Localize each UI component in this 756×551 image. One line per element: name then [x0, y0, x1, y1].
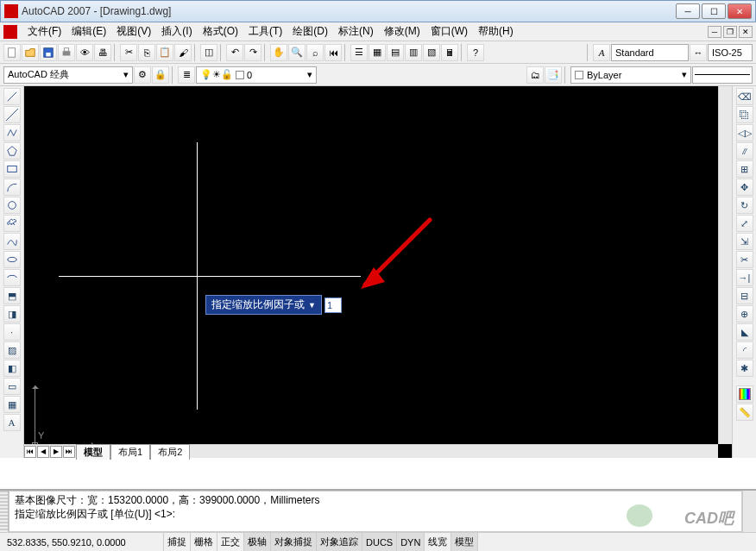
construction-line-icon[interactable] [3, 106, 21, 123]
tab-first-icon[interactable]: ⏮ [24, 446, 36, 458]
spline-icon[interactable] [3, 233, 21, 250]
new-icon[interactable] [3, 44, 21, 61]
arc-icon[interactable] [3, 178, 21, 196]
workspace-dropdown[interactable]: AutoCAD 经典▾ [3, 66, 133, 84]
coordinates-display[interactable]: 532.8335, 550.9210, 0.0000 [0, 533, 164, 551]
gradient-icon[interactable]: ◧ [3, 360, 21, 377]
text-style-dropdown[interactable]: Standard [611, 44, 689, 61]
quickcalc-icon[interactable]: 🖩 [441, 44, 458, 61]
menu-window[interactable]: 窗口(W) [425, 22, 473, 41]
menu-modify[interactable]: 修改(M) [379, 22, 425, 41]
layer-previous-icon[interactable]: 🗂 [526, 66, 544, 84]
block-editor-icon[interactable]: ◫ [200, 44, 217, 61]
mdi-minimize[interactable]: ─ [708, 26, 721, 38]
hatch-icon[interactable]: ▨ [3, 341, 21, 359]
mirror-icon[interactable]: ◁▷ [736, 124, 753, 141]
menu-insert[interactable]: 插入(I) [156, 22, 197, 41]
command-grip[interactable] [0, 491, 9, 532]
cut-icon[interactable]: ✂ [120, 44, 137, 61]
polar-toggle[interactable]: 极轴 [244, 533, 271, 551]
open-icon[interactable] [22, 44, 39, 61]
tab-last-icon[interactable]: ⏭ [63, 446, 75, 458]
layer-states-icon[interactable]: 📑 [545, 66, 562, 84]
dist-icon[interactable]: 📏 [736, 404, 753, 421]
ellipse-arc-icon[interactable] [3, 269, 21, 286]
dim-style-icon[interactable]: ↔ [690, 44, 707, 61]
publish-icon[interactable]: 🖶 [94, 44, 111, 61]
zoom-window-icon[interactable]: ⌕ [306, 44, 324, 61]
redo-icon[interactable]: ↷ [244, 44, 261, 61]
region-icon[interactable]: ▭ [3, 378, 21, 395]
line-icon[interactable] [3, 88, 21, 105]
drawing-area[interactable]: Y X 指定缩放比例因子或 ▼ ⏮ ◀ ▶ ⏭ 模型 [24, 86, 732, 458]
tab-layout1[interactable]: 布局1 [110, 444, 150, 460]
scale-icon[interactable]: ⤢ [736, 215, 753, 232]
maximize-button[interactable]: ☐ [702, 3, 726, 19]
trim-icon[interactable]: ✂ [736, 251, 753, 268]
model-toggle[interactable]: 模型 [451, 533, 478, 551]
zoom-previous-icon[interactable]: ⏮ [324, 44, 342, 61]
menu-dimension[interactable]: 标注(N) [333, 22, 379, 41]
print-icon[interactable] [58, 44, 75, 61]
lineweight-dropdown[interactable] [692, 66, 753, 84]
grid-toggle[interactable]: 栅格 [191, 533, 217, 551]
stretch-icon[interactable]: ⇲ [736, 233, 753, 250]
tab-next-icon[interactable]: ▶ [50, 446, 62, 458]
zoom-realtime-icon[interactable]: 🔍 [288, 44, 306, 61]
osnap-toggle[interactable]: 对象捕捉 [271, 533, 317, 551]
sheet-set-icon[interactable]: ▥ [405, 44, 422, 61]
menu-tools[interactable]: 工具(T) [243, 22, 287, 41]
array-icon[interactable]: ⊞ [736, 160, 753, 178]
rotate-icon[interactable]: ↻ [736, 197, 753, 214]
tab-layout2[interactable]: 布局2 [150, 444, 190, 460]
copy-icon[interactable]: ⎘ [138, 44, 155, 61]
ortho-toggle[interactable]: 正交 [217, 533, 244, 551]
fillet-icon[interactable]: ◜ [736, 341, 753, 359]
break-icon[interactable]: ⊟ [736, 287, 753, 304]
insert-block-icon[interactable]: ⬒ [3, 287, 21, 304]
dim-style-dropdown[interactable]: ISO-25 [708, 44, 753, 61]
help-icon[interactable]: ? [467, 44, 484, 61]
dyn-toggle[interactable]: DYN [397, 533, 425, 551]
design-center-icon[interactable]: ▦ [369, 44, 386, 61]
polyline-icon[interactable] [3, 124, 21, 141]
snap-toggle[interactable]: 捕捉 [164, 533, 191, 551]
workspace-lock-icon[interactable]: 🔒 [152, 66, 169, 84]
chamfer-icon[interactable]: ◣ [736, 323, 753, 341]
tab-prev-icon[interactable]: ◀ [37, 446, 49, 458]
layer-dropdown[interactable]: 💡 ☀ 🔓 0 ▾ [196, 66, 317, 84]
tab-model[interactable]: 模型 [76, 444, 110, 460]
rectangle-icon[interactable] [3, 160, 21, 178]
layers-icon[interactable]: ≣ [178, 66, 195, 84]
match-icon[interactable]: 🖌 [174, 44, 192, 61]
join-icon[interactable]: ⊕ [736, 305, 753, 322]
revcloud-icon[interactable] [3, 215, 21, 232]
properties-icon[interactable]: ☰ [350, 44, 368, 61]
command-scrollbar[interactable] [742, 491, 756, 532]
copy-obj-icon[interactable]: ⿻ [736, 106, 753, 123]
make-block-icon[interactable]: ◨ [3, 305, 21, 322]
menu-file[interactable]: 文件(F) [22, 22, 66, 41]
dynamic-input-field[interactable] [324, 297, 342, 313]
erase-icon[interactable]: ⌫ [736, 88, 753, 105]
plot-preview-icon[interactable]: 👁 [76, 44, 93, 61]
explode-icon[interactable]: ✱ [736, 360, 753, 377]
save-icon[interactable] [40, 44, 57, 61]
menu-draw[interactable]: 绘图(D) [287, 22, 333, 41]
tool-palettes-icon[interactable]: ▤ [387, 44, 404, 61]
pan-icon[interactable]: ✋ [270, 44, 287, 61]
circle-icon[interactable] [3, 197, 21, 214]
ellipse-icon[interactable] [3, 251, 21, 268]
workspace-settings-icon[interactable]: ⚙ [134, 66, 151, 84]
menu-format[interactable]: 格式(O) [198, 22, 243, 41]
otrack-toggle[interactable]: 对象追踪 [317, 533, 362, 551]
text-style-a-icon[interactable]: A [593, 44, 610, 61]
ducs-toggle[interactable]: DUCS [362, 533, 397, 551]
extend-icon[interactable]: →| [736, 269, 753, 286]
mtext-icon[interactable]: A [3, 414, 21, 431]
markup-icon[interactable]: ▧ [423, 44, 440, 61]
color-palette-icon[interactable] [736, 385, 753, 403]
menu-view[interactable]: 视图(V) [111, 22, 156, 41]
linetype-dropdown[interactable]: ByLayer ▾ [570, 66, 691, 84]
offset-icon[interactable]: ⫽ [736, 142, 753, 160]
